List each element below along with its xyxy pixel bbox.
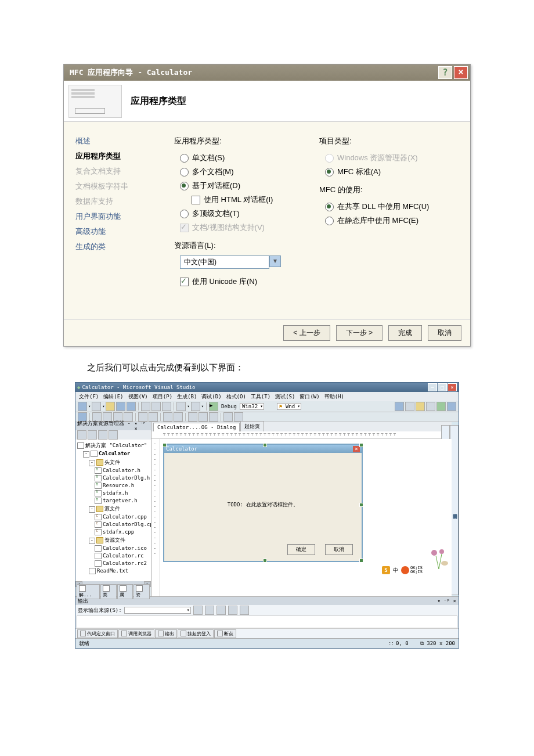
radio-single-doc[interactable]: 单文档(S) [174,151,319,165]
dialog-body[interactable]: TODO: 在此放置对话框控件。 确定 取消 [164,453,362,561]
tab-pending[interactable]: 挂起的登入 [178,629,214,638]
next-button[interactable]: 下一步 > [336,325,383,341]
tab-code-def[interactable]: 代码定义窗口 [77,629,118,638]
save-all-icon[interactable] [127,402,136,411]
tree-sources-folder[interactable]: -源文件 [77,505,149,513]
center-h-icon[interactable] [138,412,147,422]
radio-multi-doc[interactable]: 多个文档(M) [174,165,319,179]
resize-handle[interactable] [359,443,363,447]
output-tool-icon[interactable] [228,606,237,615]
resize-handle[interactable] [359,503,363,507]
dialog-ok-button[interactable]: 确定 [287,544,315,555]
resize-handle[interactable] [359,559,363,563]
menu-edit[interactable]: 编辑(E) [103,393,123,401]
tree-readme[interactable]: ReadMe.txt [77,567,149,575]
close-icon[interactable]: × [454,66,468,79]
chevron-down-icon[interactable]: ▾ [269,255,281,267]
tree-file[interactable]: Calculator.h [77,467,149,474]
space-h-icon[interactable] [163,412,172,422]
nav-advanced[interactable]: 高级功能 [75,224,168,239]
radio-shared-dll[interactable]: 在共享 DLL 中使用 MFC(U) [319,200,464,214]
language-select[interactable]: 中文(中国)▾ [180,255,319,269]
space-v-icon[interactable] [174,412,183,422]
nav-ui[interactable]: 用户界面功能 [75,209,168,224]
same-width-icon[interactable] [188,412,197,422]
platform-select[interactable]: Win32 [240,403,264,410]
center-v-icon[interactable] [149,412,158,422]
tool-icon-5[interactable] [436,402,446,411]
menu-format[interactable]: 格式(O) [226,393,246,401]
dialog-cancel-button[interactable]: 取消 [325,544,353,555]
copy-icon[interactable] [151,402,161,411]
tree-file[interactable]: CalculatorDlg.h [77,474,149,482]
menu-build[interactable]: 生成(B) [177,393,197,401]
save-icon[interactable] [116,402,125,411]
add-item-icon[interactable] [92,402,101,411]
undo-icon[interactable] [176,402,186,411]
menu-tools[interactable]: 工具(T) [251,393,270,401]
tab-call-browser[interactable]: 调用浏览器 [118,629,154,638]
tree-file[interactable]: Resource.h [77,482,149,489]
tool-icon-2[interactable] [405,402,414,411]
new-project-icon[interactable] [78,402,87,411]
cancel-button[interactable]: 取消 [428,325,461,341]
radio-toplevel[interactable]: 多顶级文档(T) [174,207,319,221]
dialog-frame[interactable]: Calculator × TODO: 在此放置对话框控件。 确定 取消 [163,444,363,562]
show-all-icon[interactable] [88,430,97,440]
menu-help[interactable]: 帮助(H) [324,393,344,401]
tree-file[interactable]: stdafx.cpp [77,528,149,536]
help-icon[interactable]: ? [438,66,452,79]
tab-resource[interactable]: 资 [134,584,150,599]
tree-file[interactable]: stdafx.h [77,489,149,497]
tool-icon-4[interactable] [426,402,435,411]
ime-bar[interactable]: S 中 OK;ISOK;IS [382,566,423,574]
doc-tab-dialog[interactable]: Calculator....OG - Dialog [153,423,240,431]
menu-window[interactable]: 窗口(W) [300,393,319,401]
view-code-icon[interactable] [109,430,118,440]
menu-view[interactable]: 视图(V) [128,393,148,401]
menu-file[interactable]: 文件(F) [79,393,99,401]
output-tool-icon[interactable] [205,606,214,615]
nav-app-type[interactable]: 应用程序类型 [75,149,168,164]
tree-solution[interactable]: 解决方案 "Calculator" (1 个项 [77,441,149,450]
tree-file[interactable]: targetver.h [77,497,149,505]
tree-file[interactable]: CalculatorDlg.cpp [77,521,149,528]
tree-file[interactable]: Calculator.rc2 [77,560,149,567]
ime-mode-icon[interactable] [401,566,409,574]
ime-s-icon[interactable]: S [382,566,390,574]
same-height-icon[interactable] [199,412,208,422]
close-icon[interactable]: × [448,383,457,391]
tab-property[interactable]: 属 [117,584,134,599]
tab-class[interactable]: 类 [100,584,117,599]
output-tool-icon[interactable] [240,606,249,615]
menu-test[interactable]: 测试(S) [275,393,295,401]
prev-button[interactable]: < 上一步 [283,325,330,341]
wizard-titlebar[interactable]: MFC 应用程序向导 - Calculator ? × [64,64,470,81]
output-source-select[interactable] [124,607,191,614]
menu-project[interactable]: 项目(P) [153,393,172,401]
same-size-icon[interactable] [209,412,218,422]
resize-handle[interactable] [263,559,267,563]
tree-resources-folder[interactable]: -资源文件 [77,536,149,545]
cut-icon[interactable] [141,402,150,411]
open-icon[interactable] [106,402,115,411]
ide-titlebar[interactable]: ◆ Calculator - Microsoft Visual Studio ‒… [75,383,459,392]
tab-output[interactable]: 输出 [155,629,177,638]
maximize-icon[interactable]: □ [438,383,447,391]
solution-panel-header[interactable]: 解决方案资源管理器 - ... ▾ ⁻ᵖ × [75,422,151,430]
finish-button[interactable]: 完成 [388,325,422,341]
output-tool-icon[interactable] [217,606,226,615]
check-html-dialog[interactable]: 使用 HTML 对话框(I) [174,193,319,207]
tab-breakpoints[interactable]: 断点 [214,629,236,638]
refresh-icon[interactable] [98,430,107,440]
radio-static-lib[interactable]: 在静态库中使用 MFC(E) [319,214,464,228]
find-combo[interactable]: ⚑ Wnd [277,403,301,410]
resize-handle[interactable] [163,443,167,447]
resize-handle[interactable] [263,443,267,447]
tree-headers-folder[interactable]: -头文件 [77,458,149,467]
tree-project[interactable]: -Calculator [77,450,149,458]
solution-tree[interactable]: 解决方案 "Calculator" (1 个项 -Calculator -头文件… [75,440,151,581]
tool-icon-3[interactable] [416,402,425,411]
guide-icon[interactable] [234,412,243,422]
output-tool-icon[interactable] [193,606,203,615]
